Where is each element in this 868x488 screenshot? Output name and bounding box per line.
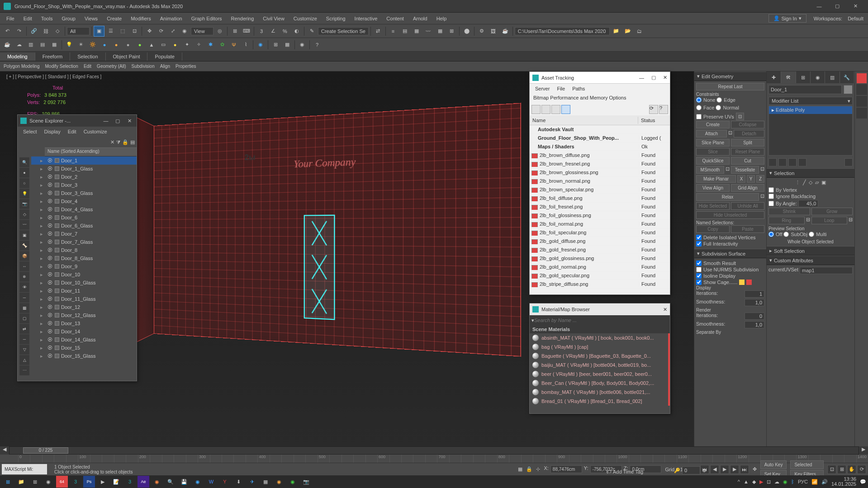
tree-item[interactable]: ▸⦿Door_10_Glass	[31, 279, 137, 287]
customattr-rollout-header[interactable]: ▾ Custom Attributes	[767, 256, 854, 265]
namedsel-combo[interactable]: Create Selection Se	[318, 27, 369, 35]
asset-menu-file[interactable]: File	[553, 85, 569, 93]
filter-container-icon[interactable]: 📦	[19, 251, 29, 261]
ribbon-tab-populate[interactable]: Populate	[147, 52, 182, 61]
filter-misc1-icon[interactable]: ▽	[19, 345, 29, 355]
folder2-button[interactable]: 📂	[622, 26, 633, 37]
tree-item[interactable]: ▸⦿Door_9	[31, 262, 137, 270]
material-item[interactable]: Beer_Can ( VRayMtl ) [Body, Body001, Bod…	[530, 379, 670, 388]
menu-scripting[interactable]: Scripting	[322, 14, 350, 23]
delete-iso-verts-check[interactable]	[696, 235, 702, 240]
sphere4-icon[interactable]: ●	[134, 39, 145, 50]
app5-icon[interactable]: ◉	[287, 476, 299, 488]
constraint-none-radio[interactable]	[696, 97, 702, 103]
app4-icon[interactable]: ◉	[273, 476, 285, 488]
matbrowser-search-input[interactable]	[534, 317, 668, 323]
filter-none-icon[interactable]: ▢	[19, 313, 29, 323]
app1-icon[interactable]: ▶	[97, 476, 109, 488]
preview-multi-radio[interactable]	[809, 232, 814, 237]
menu-edit[interactable]: Edit	[19, 14, 37, 23]
motion-tab[interactable]: ◉	[811, 71, 825, 83]
teapot-icon[interactable]: ☕	[2, 39, 13, 50]
rail-btn-2[interactable]	[856, 96, 867, 107]
asset-row[interactable]: 2lb_brown_glossiness.pngFound	[530, 168, 670, 177]
search-lock-icon[interactable]: 🔒	[122, 139, 128, 145]
app2-icon[interactable]: ◉	[151, 476, 163, 488]
notes-icon[interactable]: 📝	[110, 476, 122, 488]
iterations-spinner[interactable]: 1	[745, 290, 764, 298]
tray-app2-icon[interactable]: ◆	[752, 479, 756, 485]
tray-yt-icon[interactable]: ▶	[759, 479, 763, 485]
asset-btn3[interactable]	[551, 105, 560, 114]
ribbon-sub-modify-selection[interactable]: Modify Selection	[45, 64, 78, 69]
ts-left[interactable]: ◀	[0, 446, 9, 455]
ribbon-sub-align[interactable]: Align	[160, 64, 170, 69]
fur-icon[interactable]: Ψ	[228, 39, 239, 50]
display-tab[interactable]: ▥	[825, 71, 840, 83]
search-config-icon[interactable]: ▤	[130, 139, 135, 145]
make-unique-button[interactable]	[788, 158, 797, 166]
hide-selected-button[interactable]: Hide Selected	[696, 202, 730, 210]
menu-graph-editors[interactable]: Graph Editors	[187, 14, 227, 23]
modifier-list-combo[interactable]: Modifier List	[768, 97, 853, 105]
hair-icon[interactable]: ⌇	[240, 39, 251, 50]
search-close-icon[interactable]: ✕	[110, 139, 114, 145]
edge-icon[interactable]: ◉	[192, 476, 204, 488]
signin-button[interactable]: 👤 Sign In ▾	[768, 14, 806, 23]
asset-row[interactable]: Maps / ShadersOk	[530, 142, 670, 151]
preserve-uvs-check[interactable]	[696, 114, 702, 119]
subobj-vertex-icon[interactable]: ⋮	[795, 180, 800, 185]
asset-submenu[interactable]: Bitmap Performance and Memory Options	[530, 94, 670, 104]
use-nurms-check[interactable]	[696, 267, 702, 272]
menu-help[interactable]: Help	[432, 14, 451, 23]
smooth-result-check[interactable]	[696, 261, 702, 266]
material-item[interactable]: bag ( VRayMtl ) [cap]	[530, 342, 670, 351]
asset-row[interactable]: 2lb_brown_specular.pngFound	[530, 185, 670, 194]
tree-item[interactable]: ▸⦿Door_6_Glass	[31, 222, 137, 230]
save-icon[interactable]: 💾	[178, 476, 190, 488]
asset-row[interactable]: 2lb_gold_normal.pngFound	[530, 263, 670, 271]
ribbon-sub-properties[interactable]: Properties	[175, 64, 196, 69]
constraint-edge-radio[interactable]	[716, 97, 722, 103]
asset-btn2[interactable]	[541, 105, 550, 114]
nav-icon[interactable]: ✥	[753, 466, 757, 472]
subobj-border-icon[interactable]: ◇	[809, 180, 812, 185]
msmooth-button[interactable]: MSmooth	[696, 166, 724, 174]
auto-key-button[interactable]: Auto Key	[760, 460, 787, 469]
ribbon-tab-object-paint[interactable]: Object Paint	[106, 52, 148, 61]
rotate-button[interactable]: ⟳	[156, 26, 166, 37]
asset-col-status[interactable]: Status	[638, 117, 670, 124]
help-icon[interactable]: ?	[312, 39, 323, 50]
tessellate-button[interactable]: Tessellate	[731, 166, 759, 174]
add-time-tag[interactable]: Add Time Tag	[613, 469, 643, 474]
goto-end-button[interactable]: ⏭	[740, 465, 749, 474]
current-frame-field[interactable]: 0	[682, 466, 700, 474]
subobj-poly-icon[interactable]: ▱	[815, 180, 819, 185]
particle2-icon[interactable]: ✧	[193, 39, 204, 50]
menu-customize[interactable]: Customize	[289, 14, 322, 23]
window-crossing-button[interactable]: ⊡	[129, 26, 140, 37]
asset-refresh-icon[interactable]: ⟳	[649, 105, 658, 114]
tree-item[interactable]: ▸⦿Door_12	[31, 303, 137, 311]
configure-sets-button[interactable]	[844, 158, 853, 166]
tree-item[interactable]: ▸⦿Door_11_Glass	[31, 295, 137, 303]
scene-explorer-min[interactable]: —	[101, 118, 110, 123]
undo-button[interactable]: ↶	[2, 26, 13, 37]
ignore-backfacing-check[interactable]	[768, 194, 774, 199]
planar-y-button[interactable]: Y	[747, 175, 755, 183]
split-button[interactable]: Split	[731, 139, 764, 147]
filter-camera-icon[interactable]: 📷	[19, 199, 29, 209]
panel1-icon[interactable]: ▥	[25, 39, 36, 50]
view-align-button[interactable]: View Align	[696, 184, 730, 192]
subdiv-rollout-header[interactable]: ▾ Subdivision Surface	[694, 249, 766, 258]
filter-bone-icon[interactable]: 🦴	[19, 241, 29, 251]
tree-item[interactable]: ▸⦿Door_3_Glass	[31, 189, 137, 197]
modify-tab[interactable]: 🛠	[781, 71, 796, 83]
tray-nvidia-icon[interactable]: ◉	[783, 479, 787, 485]
scale-button[interactable]: ⤢	[167, 26, 178, 37]
3dsmax-icon[interactable]: 3	[70, 476, 81, 488]
anglesnap-button[interactable]: ∠	[268, 26, 279, 37]
manipulate-button[interactable]: ⊞	[229, 26, 240, 37]
tray-lang[interactable]: РУС	[798, 479, 808, 484]
full-interactivity-check[interactable]	[696, 241, 702, 246]
